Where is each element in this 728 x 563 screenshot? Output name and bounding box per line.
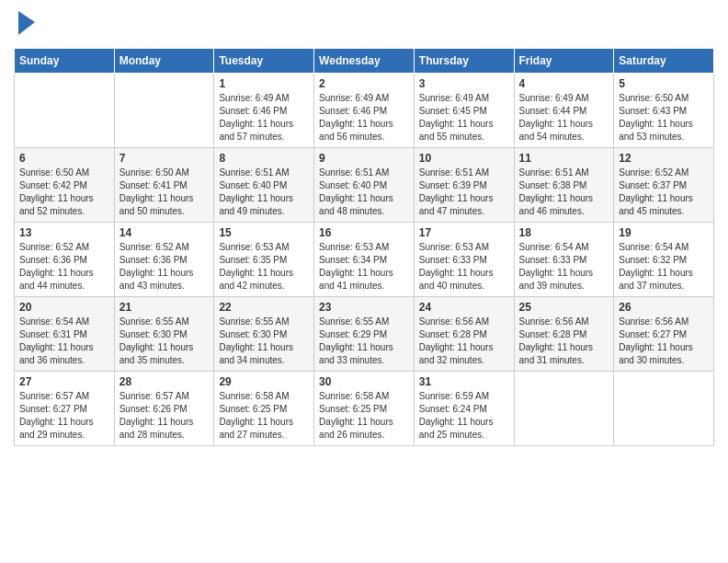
cell-day-number: 5 [619, 77, 709, 90]
cell-day-number: 10 [419, 152, 509, 165]
calendar-cell: 17Sunrise: 6:53 AMSunset: 6:33 PMDayligh… [414, 223, 514, 297]
week-row-2: 13Sunrise: 6:52 AMSunset: 6:36 PMDayligh… [15, 223, 714, 297]
calendar-cell: 8Sunrise: 6:51 AMSunset: 6:40 PMDaylight… [214, 148, 314, 223]
cell-day-number: 20 [19, 301, 109, 314]
calendar-cell: 11Sunrise: 6:51 AMSunset: 6:38 PMDayligh… [514, 148, 614, 223]
cell-info: Sunrise: 6:51 AMSunset: 6:40 PMDaylight:… [319, 167, 409, 218]
cell-info: Sunrise: 6:58 AMSunset: 6:25 PMDaylight:… [219, 390, 309, 442]
cell-day-number: 9 [319, 152, 409, 165]
cell-day-number: 22 [219, 301, 309, 314]
calendar-cell: 7Sunrise: 6:50 AMSunset: 6:41 PMDaylight… [114, 148, 214, 223]
cell-day-number: 23 [319, 301, 409, 314]
calendar-cell: 15Sunrise: 6:53 AMSunset: 6:35 PMDayligh… [214, 223, 314, 297]
cell-day-number: 13 [19, 226, 109, 239]
calendar-cell: 23Sunrise: 6:55 AMSunset: 6:29 PMDayligh… [314, 297, 415, 372]
page: SundayMondayTuesdayWednesdayThursdayFrid… [0, 0, 728, 563]
cell-info: Sunrise: 6:53 AMSunset: 6:33 PMDaylight:… [419, 241, 509, 293]
calendar-cell: 27Sunrise: 6:57 AMSunset: 6:27 PMDayligh… [15, 372, 115, 446]
calendar-cell: 20Sunrise: 6:54 AMSunset: 6:31 PMDayligh… [15, 297, 115, 372]
cell-day-number: 12 [619, 152, 709, 165]
cell-day-number: 11 [519, 152, 609, 165]
calendar-cell: 28Sunrise: 6:57 AMSunset: 6:26 PMDayligh… [114, 372, 214, 446]
calendar-cell: 12Sunrise: 6:52 AMSunset: 6:37 PMDayligh… [614, 148, 714, 223]
calendar-cell: 10Sunrise: 6:51 AMSunset: 6:39 PMDayligh… [414, 148, 514, 223]
cell-day-number: 19 [619, 226, 709, 239]
svg-marker-0 [18, 11, 35, 35]
calendar-cell: 5Sunrise: 6:50 AMSunset: 6:43 PMDaylight… [614, 74, 714, 148]
calendar-cell: 4Sunrise: 6:49 AMSunset: 6:44 PMDaylight… [514, 74, 614, 148]
calendar-cell: 3Sunrise: 6:49 AMSunset: 6:45 PMDaylight… [414, 74, 514, 148]
cell-info: Sunrise: 6:55 AMSunset: 6:29 PMDaylight:… [319, 316, 409, 367]
week-row-1: 6Sunrise: 6:50 AMSunset: 6:42 PMDaylight… [15, 148, 714, 223]
calendar-cell: 25Sunrise: 6:56 AMSunset: 6:28 PMDayligh… [514, 297, 614, 372]
cell-day-number: 27 [19, 375, 109, 388]
cell-info: Sunrise: 6:52 AMSunset: 6:37 PMDaylight:… [619, 167, 709, 218]
cell-day-number: 17 [419, 226, 509, 239]
week-row-4: 27Sunrise: 6:57 AMSunset: 6:27 PMDayligh… [15, 372, 714, 446]
cell-info: Sunrise: 6:59 AMSunset: 6:24 PMDaylight:… [419, 390, 509, 442]
week-row-3: 20Sunrise: 6:54 AMSunset: 6:31 PMDayligh… [15, 297, 714, 372]
cell-info: Sunrise: 6:56 AMSunset: 6:28 PMDaylight:… [419, 316, 509, 367]
cell-info: Sunrise: 6:57 AMSunset: 6:26 PMDaylight:… [119, 390, 210, 442]
cell-info: Sunrise: 6:58 AMSunset: 6:25 PMDaylight:… [319, 390, 409, 442]
calendar-cell: 18Sunrise: 6:54 AMSunset: 6:33 PMDayligh… [514, 223, 614, 297]
calendar-cell: 24Sunrise: 6:56 AMSunset: 6:28 PMDayligh… [414, 297, 514, 372]
cell-info: Sunrise: 6:51 AMSunset: 6:39 PMDaylight:… [419, 167, 509, 218]
cell-day-number: 18 [519, 226, 609, 239]
cell-day-number: 3 [419, 77, 509, 90]
calendar-cell: 30Sunrise: 6:58 AMSunset: 6:25 PMDayligh… [314, 372, 415, 446]
header-row: SundayMondayTuesdayWednesdayThursdayFrid… [15, 49, 714, 74]
calendar-cell: 22Sunrise: 6:55 AMSunset: 6:30 PMDayligh… [214, 297, 314, 372]
cell-info: Sunrise: 6:49 AMSunset: 6:45 PMDaylight:… [419, 92, 509, 144]
cell-info: Sunrise: 6:49 AMSunset: 6:46 PMDaylight:… [219, 92, 309, 144]
cell-info: Sunrise: 6:56 AMSunset: 6:27 PMDaylight:… [619, 316, 709, 367]
header [14, 9, 714, 40]
calendar-cell: 13Sunrise: 6:52 AMSunset: 6:36 PMDayligh… [15, 223, 115, 297]
logo [14, 13, 37, 40]
cell-day-number: 21 [119, 301, 210, 314]
day-header-friday: Friday [514, 49, 614, 74]
cell-info: Sunrise: 6:56 AMSunset: 6:28 PMDaylight:… [519, 316, 609, 367]
cell-info: Sunrise: 6:49 AMSunset: 6:44 PMDaylight:… [519, 92, 609, 144]
cell-info: Sunrise: 6:52 AMSunset: 6:36 PMDaylight:… [119, 241, 210, 293]
calendar-cell [614, 372, 714, 446]
cell-day-number: 4 [519, 77, 609, 90]
cell-day-number: 2 [319, 77, 409, 90]
cell-info: Sunrise: 6:51 AMSunset: 6:38 PMDaylight:… [519, 167, 609, 218]
calendar-table: SundayMondayTuesdayWednesdayThursdayFrid… [14, 48, 714, 446]
cell-day-number: 29 [219, 375, 309, 388]
calendar-cell: 1Sunrise: 6:49 AMSunset: 6:46 PMDaylight… [214, 74, 314, 148]
cell-day-number: 6 [19, 152, 109, 165]
cell-info: Sunrise: 6:50 AMSunset: 6:41 PMDaylight:… [119, 167, 210, 218]
calendar-cell: 19Sunrise: 6:54 AMSunset: 6:32 PMDayligh… [614, 223, 714, 297]
cell-info: Sunrise: 6:53 AMSunset: 6:35 PMDaylight:… [219, 241, 309, 293]
calendar-cell: 14Sunrise: 6:52 AMSunset: 6:36 PMDayligh… [114, 223, 214, 297]
day-header-saturday: Saturday [614, 49, 714, 74]
cell-day-number: 8 [219, 152, 309, 165]
cell-day-number: 24 [419, 301, 509, 314]
cell-info: Sunrise: 6:52 AMSunset: 6:36 PMDaylight:… [19, 241, 109, 293]
cell-info: Sunrise: 6:57 AMSunset: 6:27 PMDaylight:… [19, 390, 109, 442]
cell-info: Sunrise: 6:51 AMSunset: 6:40 PMDaylight:… [219, 167, 309, 218]
cell-day-number: 28 [119, 375, 210, 388]
calendar-header: SundayMondayTuesdayWednesdayThursdayFrid… [15, 49, 714, 74]
calendar-cell: 2Sunrise: 6:49 AMSunset: 6:46 PMDaylight… [314, 74, 415, 148]
cell-day-number: 1 [219, 77, 309, 90]
calendar-cell: 6Sunrise: 6:50 AMSunset: 6:42 PMDaylight… [15, 148, 115, 223]
cell-info: Sunrise: 6:49 AMSunset: 6:46 PMDaylight:… [319, 92, 409, 144]
cell-day-number: 16 [319, 226, 409, 239]
day-header-thursday: Thursday [414, 49, 514, 74]
cell-day-number: 14 [119, 226, 210, 239]
cell-info: Sunrise: 6:50 AMSunset: 6:43 PMDaylight:… [619, 92, 709, 144]
calendar-cell [114, 74, 214, 148]
day-header-tuesday: Tuesday [214, 49, 314, 74]
cell-day-number: 30 [319, 375, 409, 388]
cell-info: Sunrise: 6:50 AMSunset: 6:42 PMDaylight:… [19, 167, 109, 218]
cell-info: Sunrise: 6:55 AMSunset: 6:30 PMDaylight:… [119, 316, 210, 367]
cell-day-number: 7 [119, 152, 210, 165]
cell-info: Sunrise: 6:53 AMSunset: 6:34 PMDaylight:… [319, 241, 409, 293]
cell-info: Sunrise: 6:55 AMSunset: 6:30 PMDaylight:… [219, 316, 309, 367]
calendar-cell: 31Sunrise: 6:59 AMSunset: 6:24 PMDayligh… [414, 372, 514, 446]
cell-day-number: 31 [419, 375, 509, 388]
day-header-sunday: Sunday [15, 49, 115, 74]
